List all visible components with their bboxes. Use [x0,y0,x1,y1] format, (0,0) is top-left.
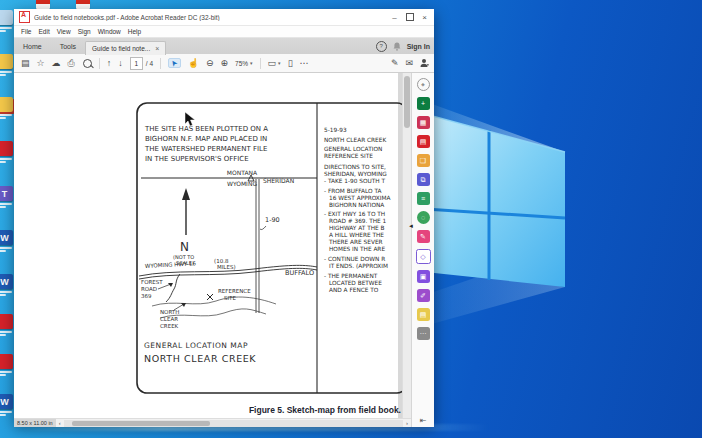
menu-edit[interactable]: Edit [38,28,49,35]
page-number-input[interactable]: 1 [130,57,143,70]
map-paragraph-line: BIGHORN N.F. MAP AND PLACED IN [145,135,267,143]
menu-help[interactable]: Help [128,28,141,35]
note-line: GENERAL LOCATION [324,146,382,152]
vertical-scrollbar[interactable] [402,73,411,418]
desktop-icon[interactable] [0,54,13,69]
pdf-sketch-map: THE SITE HAS BEEN PLOTTED ON A BIGHORN N… [14,73,402,418]
previous-page-icon[interactable]: ↑ [107,59,112,68]
note-line: REFERENCE SITE [324,153,373,159]
desktop-icon-pdf-top[interactable] [36,0,50,9]
page-size-indicator: 8.50 x 11.00 in [14,419,56,427]
desktop-icon[interactable]: W [0,394,13,409]
sign-in-button[interactable]: Sign In [407,43,430,50]
horizontal-scrollbar[interactable]: 8.50 x 11.00 in ‹ › [14,418,411,427]
acrobat-app-icon [19,11,30,23]
compress-pdf-icon[interactable]: ◌ [417,211,430,224]
desktop-icon-label [0,246,13,252]
acrobat-window: Guide to field notebooks.pdf - Adobe Acr… [14,9,434,424]
buffalo-label: BUFFALO [285,269,314,277]
search-tools-icon[interactable]: ⌖ [417,78,430,91]
reference-site-label: REFERENCE [218,288,251,294]
more-tools-icon[interactable]: ⋯ [300,59,309,68]
vertical-scrollbar-thumb[interactable] [404,76,410,128]
note-line: NORTH CLEAR CREEK [324,137,386,143]
scroll-right-icon[interactable]: › [406,420,408,426]
fit-width-icon[interactable]: ▯ [288,59,293,68]
print-icon[interactable]: ⎙ [68,59,75,68]
fill-sign-tool-icon[interactable]: ✎ [417,230,430,243]
chevron-down-icon[interactable]: ▾ [250,60,253,66]
create-pdf-icon[interactable]: + [417,97,430,110]
menu-window[interactable]: Window [98,28,121,35]
tab-tools[interactable]: Tools [51,40,85,53]
map-title-line: NORTH CLEAR CREEK [144,353,256,364]
next-page-icon[interactable]: ↓ [118,59,123,68]
stamp-icon[interactable]: ▣ [417,270,430,283]
share-email-icon[interactable]: ✉ [405,59,413,68]
horizontal-scrollbar-track[interactable] [64,420,403,427]
desktop-icon[interactable] [0,97,13,112]
desktop-icon-pdf-top[interactable] [76,0,90,9]
map-paragraph-line: THE SITE HAS BEEN PLOTTED ON A [144,125,268,133]
tab-home[interactable]: Home [14,40,51,53]
combine-files-icon[interactable]: ⧉ [417,173,430,186]
creek-name-label: CLEAR [160,316,178,322]
title-bar[interactable]: Guide to field notebooks.pdf - Adobe Acr… [14,9,434,26]
minimize-button[interactable]: – [387,11,402,24]
help-icon[interactable]: ? [376,41,387,52]
desktop-icon[interactable] [0,141,13,156]
fill-sign-icon[interactable]: ✎ [391,59,399,68]
cloud-upload-icon[interactable]: ☁ [52,59,61,68]
hand-tool-icon[interactable]: ☝ [188,59,199,68]
measure-icon[interactable]: ▤ [417,308,430,321]
zoom-level-dropdown[interactable]: 75% [235,60,248,67]
zoom-out-icon[interactable]: ⊖ [206,59,214,68]
export-pdf-icon[interactable]: ▤ [417,135,430,148]
tab-close-icon[interactable]: × [155,45,159,52]
pdf-page-viewer[interactable]: THE SITE HAS BEEN PLOTTED ON A BIGHORN N… [14,73,402,418]
select-tool-icon[interactable]: ➤ [168,58,181,68]
desktop-icon[interactable] [0,314,13,329]
star-icon[interactable]: ☆ [37,59,45,68]
maximize-button[interactable] [402,11,417,24]
person-add-icon[interactable] [420,58,430,68]
save-file-icon[interactable]: ▤ [21,59,30,68]
horizontal-scrollbar-thumb[interactable] [72,421,210,426]
note-line: - EXIT HWY 16 TO TH [324,211,385,217]
desktop-icon-label [0,113,13,119]
zoom-in-icon[interactable]: ⊕ [221,59,229,68]
edit-pdf-icon[interactable]: ▦ [417,116,430,129]
fit-page-icon[interactable]: ▭ [268,59,277,68]
search-icon[interactable] [83,59,92,68]
forest-road-label: 369 [141,293,152,299]
chevron-down-icon[interactable]: ▾ [278,60,281,66]
field-notes-panel: 5-19-93 NORTH CLEAR CREEK GENERAL LOCATI… [324,127,391,293]
prepare-form-icon[interactable]: ✐ [417,289,430,302]
desktop-icon[interactable]: W [0,230,13,245]
content-area: THE SITE HAS BEEN PLOTTED ON A BIGHORN N… [14,73,434,427]
desktop-icon-label [0,410,13,416]
collapse-pane-icon[interactable]: ⇤ [412,416,434,425]
desktop-icon[interactable] [0,354,13,369]
scroll-left-icon[interactable]: ‹ [59,420,61,426]
menu-view[interactable]: View [57,28,71,35]
organize-pages-icon[interactable]: ≡ [417,192,430,205]
note-line: A HILL WHERE THE [329,232,384,238]
maximize-icon [406,13,414,21]
comment-icon[interactable]: ❏ [417,154,430,167]
rail-collapse-icon[interactable]: ◄ [408,223,414,229]
tab-document[interactable]: Guide to field note... × [85,41,166,55]
desktop-icon[interactable]: T [0,186,13,201]
menu-file[interactable]: File [21,28,31,35]
note-line: 16 WEST APPROXIMA [329,195,391,201]
note-line: SHERIDAN, WYOMING [324,171,387,177]
menu-sign[interactable]: Sign [78,28,91,35]
desktop-icon[interactable] [0,10,13,25]
close-button[interactable]: × [417,11,432,24]
desktop-icon[interactable]: W [0,274,13,289]
more-tools-rail-icon[interactable]: ⋯ [417,327,430,340]
bell-icon[interactable] [393,42,401,51]
i90-label: 1-90 [265,216,280,224]
protect-icon[interactable]: ◇ [416,249,431,264]
sheridan-label: SHERIDAN [263,177,294,184]
